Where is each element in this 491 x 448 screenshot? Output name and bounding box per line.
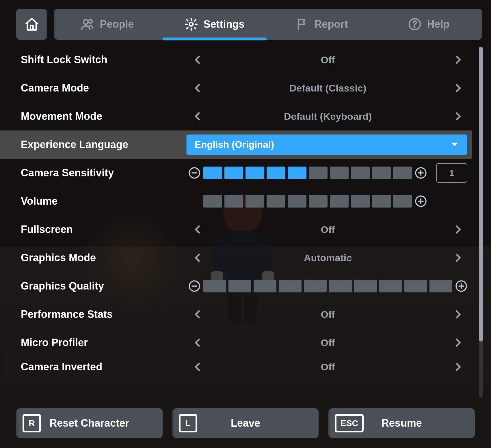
slider-segment[interactable] [404, 280, 427, 292]
row-experience-language: Experience Language English (Original) [0, 130, 472, 159]
slider-segment[interactable] [203, 167, 222, 179]
settings-scroll-area: Shift Lock Switch Off Camera Mode [0, 44, 491, 404]
slider-segment[interactable] [429, 280, 452, 292]
resume-label: Resume [328, 417, 475, 429]
tab-settings[interactable]: Settings [161, 9, 268, 40]
row-camera-sensitivity: Camera Sensitivity [0, 159, 472, 187]
micro-profiler-value: Off [207, 337, 449, 348]
fullscreen-prev[interactable] [188, 220, 207, 239]
graphics-quality-bars[interactable] [203, 280, 452, 292]
slider-segment[interactable] [329, 280, 352, 292]
fullscreen-cycle: Off [188, 215, 467, 244]
graphics-quality-minus[interactable] [188, 280, 200, 292]
row-shift-lock: Shift Lock Switch Off [0, 46, 472, 74]
graphics-quality-slider [188, 272, 467, 300]
shift-lock-next[interactable] [449, 51, 467, 69]
scrollbar-thumb[interactable] [479, 47, 483, 341]
slider-segment[interactable] [246, 167, 264, 179]
performance-stats-value: Off [207, 309, 449, 320]
micro-profiler-prev[interactable] [188, 333, 207, 352]
graphics-mode-prev[interactable] [188, 249, 207, 267]
slider-segment[interactable] [330, 167, 349, 179]
camera-sensitivity-input[interactable] [436, 163, 467, 183]
tab-settings-label: Settings [203, 18, 244, 30]
slider-segment[interactable] [309, 167, 328, 179]
movement-mode-value: Default (Keyboard) [207, 111, 449, 122]
tab-help[interactable]: Help [375, 9, 482, 40]
footer-buttons: R Reset Character L Leave ESC Resume [0, 404, 491, 448]
minus-circle-icon [188, 280, 200, 292]
camera-sensitivity-slider [188, 159, 467, 187]
camera-inverted-value: Off [207, 361, 449, 373]
minus-circle-icon [188, 167, 200, 179]
slider-segment[interactable] [228, 280, 251, 292]
tab-help-label: Help [427, 18, 449, 30]
slider-segment[interactable] [379, 280, 402, 292]
slider-segment[interactable] [267, 167, 285, 179]
resume-button[interactable]: ESC Resume [328, 408, 475, 438]
slider-segment[interactable] [267, 195, 285, 208]
chevron-left-icon [193, 307, 202, 321]
slider-segment[interactable] [254, 280, 276, 292]
plus-circle-icon [455, 280, 467, 292]
menu-panel: People Settings Report [0, 0, 491, 448]
slider-segment[interactable] [351, 167, 370, 179]
leave-button[interactable]: L Leave [172, 408, 319, 438]
reset-character-button[interactable]: R Reset Character [16, 408, 163, 438]
camera-inverted-next[interactable] [449, 358, 467, 376]
slider-segment[interactable] [224, 195, 243, 208]
caret-down-icon [451, 142, 459, 148]
micro-profiler-next[interactable] [449, 333, 467, 352]
performance-stats-next[interactable] [449, 305, 467, 324]
slider-segment[interactable] [304, 280, 327, 292]
fullscreen-next[interactable] [449, 220, 467, 239]
movement-mode-next[interactable] [449, 107, 467, 126]
camera-inverted-prev[interactable] [188, 358, 207, 376]
slider-segment[interactable] [393, 195, 412, 208]
shift-lock-value: Off [207, 54, 449, 66]
slider-segment[interactable] [393, 167, 412, 179]
home-button[interactable] [16, 9, 47, 40]
camera-mode-next[interactable] [449, 79, 467, 97]
performance-stats-prev[interactable] [188, 305, 207, 324]
graphics-mode-next[interactable] [449, 249, 467, 267]
camera-sensitivity-minus[interactable] [188, 167, 200, 179]
slider-segment[interactable] [354, 280, 377, 292]
slider-segment[interactable] [224, 167, 243, 179]
slider-segment[interactable] [330, 195, 349, 208]
slider-segment[interactable] [372, 167, 391, 179]
shift-lock-prev[interactable] [188, 51, 207, 69]
slider-segment[interactable] [246, 195, 264, 208]
row-graphics-mode: Graphics Mode Automatic [0, 244, 472, 272]
slider-segment[interactable] [203, 280, 226, 292]
volume-bars[interactable] [203, 195, 412, 208]
camera-sensitivity-plus[interactable] [415, 167, 427, 179]
scrollbar-track[interactable] [479, 47, 483, 398]
shift-lock-label: Shift Lock Switch [21, 54, 188, 66]
experience-language-dropdown[interactable]: English (Original) [186, 135, 467, 155]
home-icon [24, 17, 39, 32]
slider-segment[interactable] [309, 195, 328, 208]
chevron-left-icon [193, 223, 202, 236]
slider-segment[interactable] [351, 195, 370, 208]
slider-segment[interactable] [279, 280, 302, 292]
slider-segment[interactable] [203, 195, 222, 208]
movement-mode-prev[interactable] [188, 107, 207, 126]
camera-mode-prev[interactable] [188, 79, 207, 97]
tab-report-label: Report [315, 18, 348, 30]
tab-report[interactable]: Report [268, 9, 375, 40]
slider-segment[interactable] [288, 167, 306, 179]
camera-inverted-label: Camera Inverted [21, 361, 188, 373]
graphics-quality-plus[interactable] [455, 280, 467, 292]
volume-plus[interactable] [415, 195, 427, 207]
slider-segment[interactable] [288, 195, 306, 208]
svg-point-10 [89, 20, 92, 23]
camera-sensitivity-bars[interactable] [203, 167, 412, 179]
chevron-left-icon [193, 81, 202, 95]
chevron-right-icon [454, 223, 462, 236]
movement-mode-label: Movement Mode [21, 110, 188, 122]
slider-segment[interactable] [372, 195, 391, 208]
performance-stats-label: Performance Stats [21, 308, 188, 320]
leave-label: Leave [172, 417, 319, 429]
tab-people[interactable]: People [54, 9, 161, 40]
